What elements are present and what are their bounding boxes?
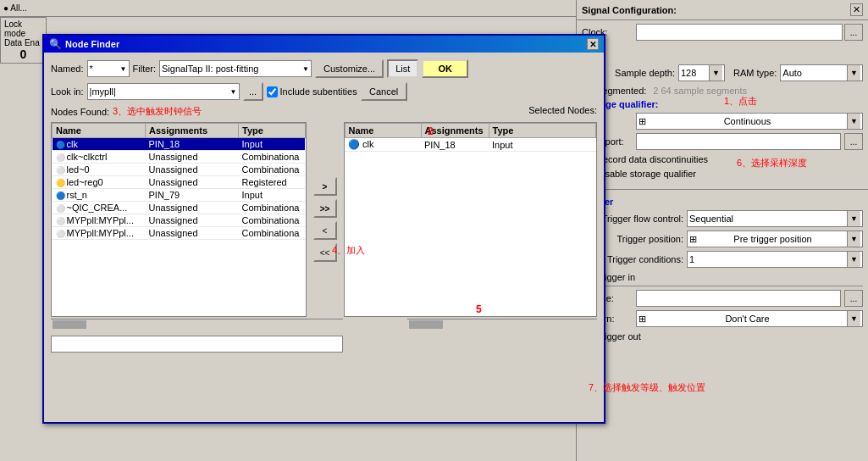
remove-btn[interactable]: < [313, 221, 337, 240]
sel-type-0: Input [489, 138, 596, 152]
pattern-dropdown[interactable]: ⊞Don't Care ▼ [636, 310, 863, 327]
signal-close-btn[interactable]: ✕ [850, 3, 863, 16]
node-row-1[interactable]: ⚪clk~clkctrl Unassigned Combinationa [53, 151, 306, 164]
trigger-flow-dd-arrow[interactable]: ▼ [847, 211, 860, 226]
data-ena-label: Data Ena [4, 38, 42, 47]
signal-panel-title: Signal Configuration: [582, 5, 677, 15]
node-row-0[interactable]: 🔵clk PIN_18 Input [53, 138, 306, 151]
data-section-title: Data [582, 51, 863, 61]
node-assign-3: Unassigned [146, 176, 239, 189]
cancel-btn[interactable]: Cancel [361, 82, 407, 101]
node-type-2: Combinationa [239, 164, 306, 176]
trigger-section-title: Trigger [582, 197, 863, 207]
node-assign-1: Unassigned [146, 151, 239, 164]
dialog-icon: 🔍 [49, 38, 62, 50]
sample-depth-dropdown[interactable]: 128 ▼ [678, 64, 725, 81]
add-btn[interactable]: > [313, 177, 337, 196]
trigger-pos-dropdown[interactable]: ⊞Pre trigger position ▼ [687, 230, 863, 247]
left-hscroll[interactable] [51, 319, 343, 329]
trigger-cond-row: Trigger conditions: 1 ▼ [582, 251, 863, 268]
data-section: Data Sample depth: 128 ▼ RAM type: Auto … [577, 47, 868, 186]
type-row: Type: ⊞Continuous ▼ [582, 113, 863, 130]
node-row-7[interactable]: ⚪MYPpll:MYPpl... Unassigned Combinationa [53, 227, 306, 240]
right-hscroll[interactable] [407, 319, 597, 329]
include-sub-checkbox[interactable] [267, 86, 278, 97]
dialog-close-btn[interactable]: ✕ [587, 38, 599, 50]
node-name-1: ⚪clk~clkctrl [53, 151, 146, 164]
source-input[interactable] [636, 290, 841, 307]
node-row-6[interactable]: ⚪MYPpll:MYPpl... Unassigned Combinationa [53, 214, 306, 227]
browse-btn[interactable]: ... [243, 82, 263, 101]
record-disc-row: Record data discontinuities [582, 153, 863, 164]
node-name-2: ⚪led~0 [53, 164, 146, 176]
type-dd-arrow[interactable]: ▼ [847, 114, 860, 129]
lookin-dropdown[interactable]: |mypll| ▼ [87, 83, 240, 100]
selected-nodes-label: Selected Nodes: [528, 105, 597, 115]
customize-btn[interactable]: Customize... [315, 59, 384, 78]
named-dropdown-arrow: ▼ [120, 65, 127, 73]
input-port-input[interactable] [636, 133, 841, 150]
dialog-titlebar: 🔍 Node Finder ✕ [44, 36, 604, 53]
node-finder-dialog: 🔍 Node Finder ✕ Named: * ▼ Filter: Signa… [42, 34, 605, 424]
trigger-flow-dropdown[interactable]: Sequential ▼ [687, 210, 863, 227]
bottom-input[interactable] [51, 336, 343, 353]
pattern-dd-arrow[interactable]: ▼ [847, 311, 860, 326]
include-sub-label: Include subentities [280, 86, 357, 97]
node-assign-5: Unassigned [146, 202, 239, 214]
ok-btn[interactable]: OK [422, 59, 468, 78]
nodes-found-row: Nodes Found: 3、选中触发时钟信号 Selected Nodes: [51, 105, 597, 118]
node-row-4[interactable]: 🔵rst_n PIN_79 Input [53, 189, 306, 202]
node-row-5[interactable]: ⚪~QIC_CREA... Unassigned Combinationa [53, 202, 306, 214]
trigger-cond-dropdown[interactable]: 1 ▼ [687, 251, 863, 268]
trigger-divider [582, 286, 863, 286]
clock-input[interactable] [636, 24, 843, 41]
type-dropdown[interactable]: ⊞Continuous ▼ [636, 113, 863, 130]
node-assign-7: Unassigned [146, 227, 239, 240]
sel-col-assignments: Assignments [421, 124, 489, 138]
input-port-ellipsis[interactable]: ... [844, 133, 863, 150]
record-disc-label: Record data discontinuities [596, 154, 708, 164]
node-name-3: 🟡led~reg0 [53, 176, 146, 189]
node-name-7: ⚪MYPpll:MYPpl... [53, 227, 146, 240]
trigger-cond-dd-arrow[interactable]: ▼ [847, 252, 860, 267]
signal-panel: Signal Configuration: ✕ Clock: ... Data … [576, 0, 868, 461]
input-port-row: Input port: ... [582, 133, 863, 150]
node-assign-2: Unassigned [146, 164, 239, 176]
selected-nodes-panel: Name Assignments Type 🔵 clk PIN_18 Input [344, 122, 598, 317]
col-type-header: Type [239, 124, 306, 138]
node-name-0: 🔵clk [53, 138, 146, 151]
node-type-3: Registered [239, 176, 306, 189]
selected-nodes-list[interactable]: Name Assignments Type 🔵 clk PIN_18 Input [344, 122, 598, 317]
lookin-row: Look in: |mypll| ▼ ... Include subentiti… [51, 82, 597, 101]
source-ellipsis[interactable]: ... [844, 290, 863, 307]
sel-assign-0: PIN_18 [421, 138, 489, 152]
selected-row-0[interactable]: 🔵 clk PIN_18 Input [345, 138, 596, 152]
divider-1 [577, 189, 868, 190]
sel-col-name: Name [345, 124, 421, 138]
node-type-5: Combinationa [239, 202, 306, 214]
disable-storage-row: Disable storage qualifier [582, 168, 863, 179]
nodes-found-list[interactable]: Name Assignments Type 🔵clk PIN_18 Input … [51, 122, 307, 317]
filter-label: Filter: [133, 64, 157, 74]
sel-col-type: Type [489, 124, 596, 138]
named-dropdown[interactable]: * ▼ [87, 60, 130, 77]
include-sub-row: Include subentities [267, 86, 357, 97]
ram-type-dropdown[interactable]: Auto ▼ [780, 64, 863, 81]
nodes-table: Name Assignments Type 🔵clk PIN_18 Input … [52, 123, 306, 240]
clock-ellipsis-btn[interactable]: ... [844, 24, 863, 41]
segmented-value: 2 64 sample segments [653, 86, 747, 96]
sample-depth-dd-arrow[interactable]: ▼ [709, 65, 722, 81]
col-assignments-header: Assignments [146, 124, 239, 138]
node-row-3[interactable]: 🟡led~reg0 Unassigned Registered [53, 176, 306, 189]
node-row-2[interactable]: ⚪led~0 Unassigned Combinationa [53, 164, 306, 176]
list-btn[interactable]: List [387, 59, 418, 78]
filter-dropdown[interactable]: SignalTap II: post-fitting ▼ [159, 60, 312, 77]
signal-panel-header: Signal Configuration: ✕ [577, 0, 868, 20]
top-bar-text: ● All... [3, 3, 27, 13]
trigger-pos-dd-arrow[interactable]: ▼ [847, 231, 860, 247]
remove-all-btn[interactable]: << [313, 243, 337, 262]
add-all-btn[interactable]: >> [313, 199, 337, 218]
lookin-dropdown-arrow: ▼ [230, 88, 237, 96]
ram-type-dd-arrow[interactable]: ▼ [847, 65, 860, 81]
annotation-3: 3、选中触发时钟信号 [113, 105, 202, 118]
